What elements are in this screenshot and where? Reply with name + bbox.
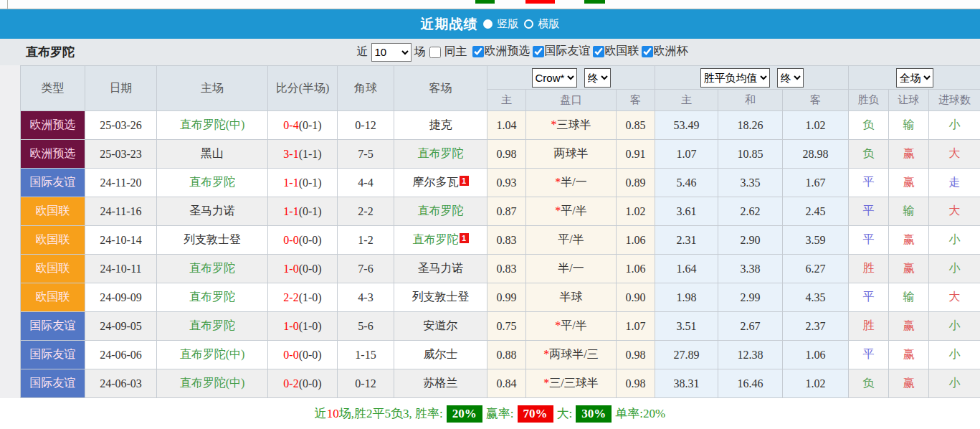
corner-cell: 1-15 [338,341,394,369]
avg-win-cell: 38.31 [655,369,718,398]
scope-select[interactable]: 全场 [896,68,933,88]
team-link[interactable]: 直布罗陀(中) [180,377,245,389]
result-cell: 负 [849,111,889,140]
odds-group-header: Crow* 终 [487,66,655,90]
odds-source-select[interactable]: Crow* [532,68,577,88]
team-link[interactable]: 直布罗陀 [189,319,235,331]
team-link[interactable]: 黑山 [201,147,224,159]
team-link[interactable]: 安道尔 [424,319,458,331]
filter-bar: 直布罗陀 近 10 场 同主 欧洲预选国际友谊欧国联欧洲杯 [0,39,980,65]
team-link[interactable]: 直布罗陀 [413,233,459,245]
odds-time-select[interactable]: 终 [584,68,611,88]
league-cell: 国际友谊 [21,312,85,341]
away-team-cell: 直布罗陀1 [394,226,487,255]
handicap-star: * [551,118,557,131]
team-link[interactable]: 列支敦士登 [184,233,241,245]
team-link[interactable]: 直布罗陀 [189,262,235,274]
handicap-cell: 平/半 [526,226,617,255]
summary-record: 场,胜2平5负3, 胜率: [339,407,443,420]
halftime-score: (0-0) [299,377,322,390]
radio-horizontal-label[interactable]: 横版 [538,17,560,31]
league-cell: 欧国联 [21,283,85,312]
result-cell: 胜 [849,255,889,283]
avg-time-select[interactable]: 终 [777,68,804,88]
team-link[interactable]: 威尔士 [424,348,458,360]
team-link[interactable]: 列支敦士登 [412,291,470,303]
avg-lose-cell: 28.98 [783,140,849,169]
odds-away-cell: 1.02 [617,197,655,226]
col-header-away: 客场 [394,66,487,111]
league-label: 欧洲杯 [654,44,688,59]
avg-win-cell: 2.31 [655,226,718,255]
avg-draw-cell: 2.62 [718,197,783,226]
fulltime-score: 0-0 [283,349,298,361]
halftime-score: (1-0) [299,320,322,332]
sub-header-handicap-result: 让球 [889,90,929,111]
goals-cell: 小 [929,369,980,398]
radio-horizontal-layout[interactable] [524,19,533,29]
avg-lose-cell: 3.59 [783,226,849,255]
odds-away-cell: 0.85 [617,111,655,140]
radio-vertical-label[interactable]: 竖版 [498,17,519,31]
odds-home-cell: 0.75 [487,312,526,341]
result-cell: 胜 [849,312,889,341]
corner-cell: 4-3 [338,283,394,312]
league-checkbox-3[interactable] [642,46,653,57]
match-row: 国际友谊24-06-03直布罗陀(中)0-2(0-0)0-12苏格兰0.84*三… [21,369,980,398]
team-link[interactable]: 直布罗陀(中) [180,118,245,131]
same-home-checkbox[interactable] [429,47,441,58]
home-team-cell: 列支敦士登 [157,226,268,255]
top-strip [0,0,980,9]
corner-cell: 2-2 [338,197,394,226]
league-filter-item: 欧洲预选 [472,44,531,59]
avg-win-cell: 3.51 [655,312,718,341]
avg-lose-cell: 2.45 [783,197,849,226]
team-link[interactable]: 直布罗陀 [418,147,464,159]
handicap-result-cell: 输 [889,111,929,140]
result-cell: 平 [849,341,889,369]
team-link[interactable]: 捷克 [429,118,452,131]
league-cell: 欧国联 [21,197,85,226]
date-cell: 24-11-20 [85,169,157,197]
recent-count-select[interactable]: 10 [371,43,411,62]
big-rate-badge: 30% [576,405,612,423]
team-link[interactable]: 直布罗陀 [189,291,235,303]
result-cell: 负 [849,140,889,169]
handicap-cell: *三/三球半 [526,369,617,398]
sub-header-odds-home: 主 [487,90,526,111]
goals-cell: 小 [929,111,980,140]
team-link[interactable]: 直布罗陀(中) [180,348,245,360]
league-cell: 国际友谊 [21,369,85,398]
league-cell: 欧国联 [21,226,85,255]
league-checkbox-2[interactable] [593,46,604,57]
avg-win-cell: 3.61 [655,197,718,226]
team-link[interactable]: 直布罗陀 [418,204,464,217]
col-header-date: 日期 [85,66,157,111]
avg-source-select[interactable]: 胜平负均值 [700,68,770,88]
odds-away-cell: 0.98 [617,341,655,369]
league-filter-item: 国际友谊 [532,44,591,59]
league-checkbox-0[interactable] [472,46,484,57]
recent-matches-table: 类型 日期 主场 比分(半场) 角球 客场 Crow* 终 胜平负均值 终 全场… [20,65,980,398]
team-link[interactable]: 直布罗陀 [189,176,235,188]
avg-group-header: 胜平负均值 终 [655,66,849,90]
avg-win-cell: 1.64 [655,255,718,283]
league-checkbox-1[interactable] [533,46,544,57]
corner-cell: 0-12 [338,369,394,398]
handicap-cell: *平/半 [526,312,617,341]
radio-vertical-layout[interactable] [483,19,493,29]
cutoff-red-badge [525,0,555,4]
team-link[interactable]: 圣马力诺 [418,262,464,274]
matches-label: 场 [414,44,426,60]
handicap-star: * [555,319,561,331]
team-link[interactable]: 苏格兰 [424,377,458,389]
fulltime-score: 1-0 [283,263,298,275]
away-team-cell: 捷克 [394,111,487,140]
team-link[interactable]: 圣马力诺 [189,204,235,217]
score-cell: 3-1(1-1) [268,140,338,169]
team-link[interactable]: 摩尔多瓦 [413,176,459,188]
home-team-cell: 直布罗陀 [157,255,268,283]
home-team-cell: 直布罗陀 [157,169,268,197]
col-header-home: 主场 [157,66,268,111]
away-team-cell: 圣马力诺 [394,255,487,283]
